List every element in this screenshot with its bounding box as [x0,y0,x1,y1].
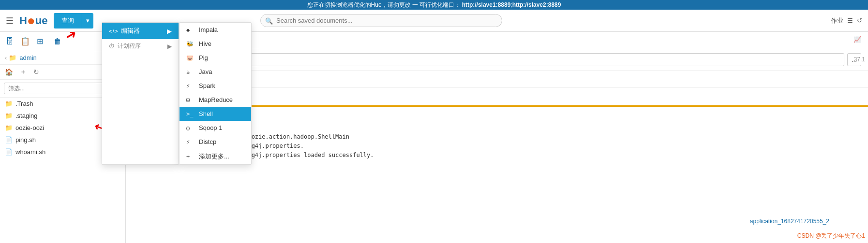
dropdown-item-icon: 🐝 [186,41,195,47]
dropdown-item-shell[interactable]: >_Shell [180,107,251,121]
search-input[interactable] [260,14,502,27]
breadcrumb-back-icon[interactable]: ‹ [5,54,7,61]
item-label: .Trash [15,100,33,107]
dropdown-item-label: Distcp [199,138,216,145]
item-icon: 📁 [5,112,13,119]
dropdown-item-icon: + [186,153,195,160]
item-icon: 📁 [5,100,13,107]
app-logo: H●ue [19,14,48,28]
home-action-btn[interactable]: 🏠 [3,67,15,77]
top-notification-bar: 您正在切换浏览器优化的Hue，请勿更改 一 可行优化端口： http://sla… [0,0,868,10]
hamburger-icon[interactable]: ☰ [6,15,14,26]
dropdown-item-mapreduce[interactable]: ⊞MapReduce [180,93,251,107]
item-label: .staging [15,112,38,119]
query-button-group: 查询 ▾ [54,13,93,29]
jobs-label[interactable]: 作业 [831,16,843,25]
menu-icon[interactable]: ☰ [847,17,853,24]
dropdown-item-distcp[interactable]: ⚡Distcp [180,135,251,149]
editor-label: 编辑器 [121,27,140,35]
planner-menu-item[interactable]: ⏱ 计划程序 ▶ [102,39,179,53]
item-label: ping.sh [15,136,36,143]
refresh-action-btn[interactable]: ↻ [31,67,41,77]
editor-icon: </> [109,28,118,35]
app-link[interactable]: application_1682741720555_2 [750,218,829,225]
dropdown-item-icon: >_ [186,111,195,117]
dropdown-menu: </> 编辑器 ▶ ⏱ 计划程序 ▶ [102,22,179,165]
query-button[interactable]: 查询 [54,13,82,29]
item-icon: 📁 [5,124,13,131]
dropdown-item-sqoop1[interactable]: ○Sqoop 1 [180,121,251,135]
dropdown-item-impala[interactable]: ◆Impala [180,23,251,37]
grid-icon-btn[interactable]: ⊞ [36,36,44,47]
dropdown-submenu: ◆Impala🐝Hive🐷Pig☕Java⚡Spark⊞MapReduce>_S… [179,22,252,165]
slave2-link[interactable]: http://slave2:8889 [512,1,561,8]
add-action-btn[interactable]: ＋ [18,67,29,77]
dropdown-item-icon: ⚡ [186,139,195,145]
dropdown-item-icon: ☕ [186,69,195,75]
planner-arrow-icon: ▶ [167,43,172,50]
breadcrumb-user[interactable]: admin [19,54,36,61]
planner-icon: ⏱ [109,43,115,50]
dropdown-item-label: MapReduce [199,96,233,103]
dropdown-item-label: 添加更多... [199,152,229,161]
dropdown-item-icon: ⚡ [186,83,195,89]
item-label: oozie-oozi [15,124,44,131]
item-icon: 📄 [5,148,13,156]
chart-icon[interactable]: 📈 [853,36,861,43]
content-header-right: 📈 [853,36,861,43]
header-right: 作业 ☰ ↺ [831,16,862,25]
dropdown-item-pig[interactable]: 🐷Pig [180,51,251,65]
dropdown-overlay: </> 编辑器 ▶ ⏱ 计划程序 ▶ ◆Impala🐝Hive🐷Pig☕Java… [102,22,252,165]
item-label: whoami.sh [15,148,45,156]
slave1-link[interactable]: http://slave1:8889 [462,1,511,8]
dropdown-item-label: Pig [199,54,208,61]
search-bar: 🔍 [260,14,502,27]
planner-label: 计划程序 [118,42,141,50]
trash-icon-btn[interactable]: 🗑 [53,36,62,47]
watermark: CSDN @丢了少年失了心1 [797,232,865,240]
refresh-icon[interactable]: ↺ [857,17,862,24]
dropdown-item-label: Java [199,68,212,75]
dropdown-item-icon: ○ [186,125,195,131]
folder-icon: 📁 [9,54,16,61]
copy-icon-btn[interactable]: 📋 [19,36,31,47]
database-icon-btn[interactable]: 🗄 [5,36,15,47]
dropdown-item-label: Impala [199,26,218,33]
dropdown-item-icon: ⊞ [186,97,195,103]
notice-text: 您正在切换浏览器优化的Hue，请勿更改 一 可行优化端口： [307,1,461,9]
dropdown-item-java[interactable]: ☕Java [180,65,251,79]
dropdown-item-label: Spark [199,82,215,89]
right-number: 37.1 [854,56,865,63]
item-icon: 📄 [5,136,13,143]
dropdown-item-label: Hive [199,40,211,47]
editor-arrow-icon: ▶ [167,28,172,35]
search-icon: 🔍 [265,17,273,24]
dropdown-item-label: Sqoop 1 [199,124,222,131]
query-dropdown-button[interactable]: ▾ [82,13,93,29]
dropdown-item-添加更多...[interactable]: +添加更多... [180,149,251,164]
dropdown-item-icon: ◆ [186,27,195,33]
dropdown-item-icon: 🐷 [186,55,195,61]
dropdown-item-label: Shell [199,110,213,117]
trash-icon-container: 🗑 [53,36,62,47]
dropdown-item-spark[interactable]: ⚡Spark [180,79,251,93]
dropdown-item-hive[interactable]: 🐝Hive [180,37,251,51]
editor-menu-item[interactable]: </> 编辑器 ▶ [102,23,179,39]
